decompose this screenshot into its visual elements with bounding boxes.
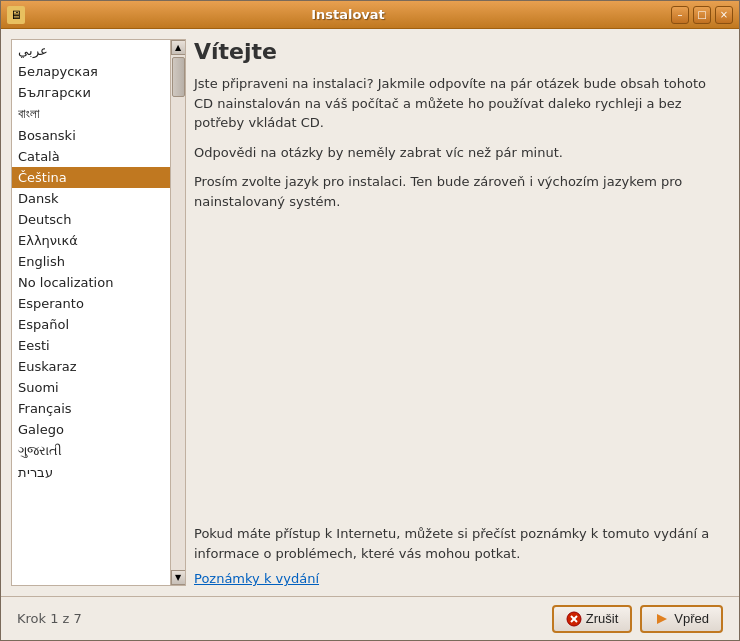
titlebar: 🖥 Instalovat – □ ×	[1, 1, 739, 29]
scrollbar[interactable]: ▲ ▼	[170, 40, 185, 585]
paragraph-3: Prosím zvolte jazyk pro instalaci. Ten b…	[194, 172, 729, 211]
cancel-button[interactable]: Zrušit	[552, 605, 633, 633]
window-controls: – □ ×	[671, 6, 733, 24]
language-item-francais[interactable]: Français	[12, 398, 170, 419]
language-item-bosanski[interactable]: Bosanski	[12, 125, 170, 146]
language-item-espanol[interactable]: Español	[12, 314, 170, 335]
titlebar-app-icon: 🖥	[7, 6, 25, 24]
language-item-suomi[interactable]: Suomi	[12, 377, 170, 398]
close-button[interactable]: ×	[715, 6, 733, 24]
paragraph-1: Jste připraveni na instalaci? Jakmile od…	[194, 74, 729, 133]
window-title: Instalovat	[25, 7, 671, 22]
language-item-dansk[interactable]: Dansk	[12, 188, 170, 209]
step-indicator: Krok 1 z 7	[17, 611, 82, 626]
right-panel: Vítejte Jste připraveni na instalaci? Ja…	[194, 39, 729, 586]
language-item-belarusian[interactable]: Беларуская	[12, 61, 170, 82]
maximize-button[interactable]: □	[693, 6, 711, 24]
minimize-button[interactable]: –	[671, 6, 689, 24]
language-item-euskaraz[interactable]: Euskaraz	[12, 356, 170, 377]
bottom-note: Pokud máte přístup k Internetu, můžete s…	[194, 514, 729, 586]
language-item-english[interactable]: English	[12, 251, 170, 272]
language-item-cestina[interactable]: Čeština	[12, 167, 170, 188]
language-item-hebrew[interactable]: עברית	[12, 462, 170, 483]
scroll-thumb[interactable]	[172, 57, 185, 97]
scroll-up-button[interactable]: ▲	[171, 40, 186, 55]
language-item-no-localization[interactable]: No localization	[12, 272, 170, 293]
language-item-gujarati[interactable]: ગુજરાતી	[12, 440, 170, 462]
footer: Krok 1 z 7 Zrušit Vpřed	[1, 596, 739, 640]
release-notes-link[interactable]: Poznámky k vydání	[194, 571, 319, 586]
bottom-note-text: Pokud máte přístup k Internetu, můžete s…	[194, 524, 729, 563]
forward-button-label: Vpřed	[674, 611, 709, 626]
scroll-down-button[interactable]: ▼	[171, 570, 186, 585]
language-panel: عربيБеларускаяБългарскиবাংলাBosanskiCata…	[11, 39, 186, 586]
language-list: عربيБеларускаяБългарскиবাংলাBosanskiCata…	[12, 40, 170, 585]
content-area: عربيБеларускаяБългарскиবাংলাBosanskiCata…	[1, 29, 739, 596]
language-item-bulgarian[interactable]: Български	[12, 82, 170, 103]
forward-icon	[654, 611, 670, 627]
cancel-icon	[566, 611, 582, 627]
welcome-title: Vítejte	[194, 39, 729, 64]
language-item-esperanto[interactable]: Esperanto	[12, 293, 170, 314]
language-item-eesti[interactable]: Eesti	[12, 335, 170, 356]
text-area: Vítejte Jste připraveni na instalaci? Ja…	[194, 39, 729, 514]
language-list-container: عربيБеларускаяБългарскиবাংলাBosanskiCata…	[12, 40, 185, 585]
footer-buttons: Zrušit Vpřed	[552, 605, 723, 633]
svg-marker-3	[657, 614, 667, 624]
main-window: 🖥 Instalovat – □ × عربيБеларускаяБългарс…	[0, 0, 740, 641]
language-item-greek[interactable]: Ελληνικά	[12, 230, 170, 251]
language-item-arabic[interactable]: عربي	[12, 40, 170, 61]
paragraph-2: Odpovědi na otázky by neměly zabrat víc …	[194, 143, 729, 163]
cancel-button-label: Zrušit	[586, 611, 619, 626]
language-item-catala[interactable]: Català	[12, 146, 170, 167]
language-item-bengali[interactable]: বাংলা	[12, 103, 170, 125]
language-item-galego[interactable]: Galego	[12, 419, 170, 440]
language-item-deutsch[interactable]: Deutsch	[12, 209, 170, 230]
forward-button[interactable]: Vpřed	[640, 605, 723, 633]
